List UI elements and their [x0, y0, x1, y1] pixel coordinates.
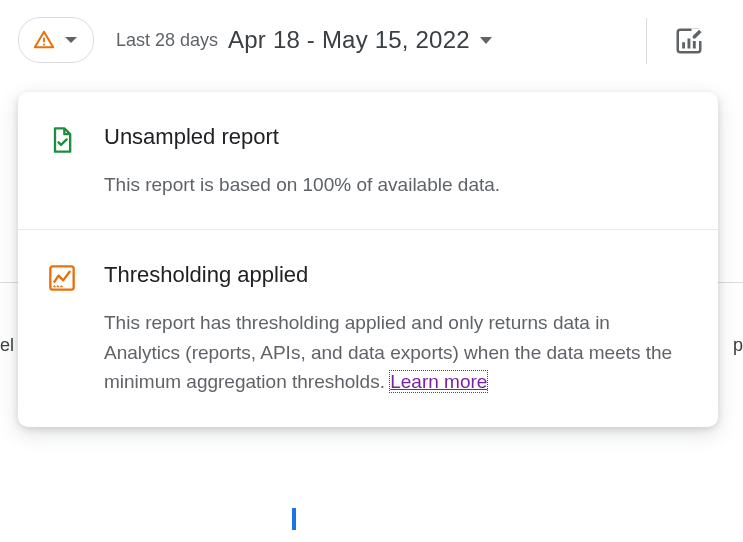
svg-rect-1 — [43, 44, 45, 46]
popover-section-thresholding: Thresholding applied This report has thr… — [18, 230, 718, 426]
date-preset-label: Last 28 days — [116, 30, 218, 51]
background-left-fragment: el — [0, 335, 14, 356]
section-description: This report has thresholding applied and… — [104, 308, 688, 396]
svg-rect-0 — [43, 38, 45, 43]
warning-triangle-icon — [33, 29, 55, 51]
data-quality-chip[interactable] — [18, 17, 94, 63]
section-title: Thresholding applied — [104, 262, 688, 288]
svg-rect-4 — [688, 39, 691, 49]
edit-chart-icon — [674, 26, 704, 56]
chart-warning-icon — [48, 264, 76, 292]
chevron-down-icon — [480, 37, 492, 44]
date-range-picker[interactable]: Last 28 days Apr 18 - May 15, 2022 — [116, 26, 492, 54]
svg-rect-5 — [693, 41, 696, 49]
date-range-value: Apr 18 - May 15, 2022 — [228, 26, 470, 54]
document-check-icon — [48, 126, 76, 154]
section-description-text: This report has thresholding applied and… — [104, 312, 672, 392]
learn-more-link[interactable]: Learn more — [390, 371, 487, 392]
toolbar-divider — [646, 18, 647, 64]
background-right-fragment: p — [733, 335, 743, 356]
customize-report-button[interactable] — [668, 20, 710, 62]
svg-rect-3 — [682, 42, 685, 48]
chart-bar-stub — [292, 508, 296, 530]
chevron-down-icon — [65, 37, 77, 43]
data-quality-popover: Unsampled report This report is based on… — [18, 92, 718, 427]
section-description: This report is based on 100% of availabl… — [104, 170, 688, 199]
section-title: Unsampled report — [104, 124, 688, 150]
popover-section-unsampled: Unsampled report This report is based on… — [18, 92, 718, 229]
